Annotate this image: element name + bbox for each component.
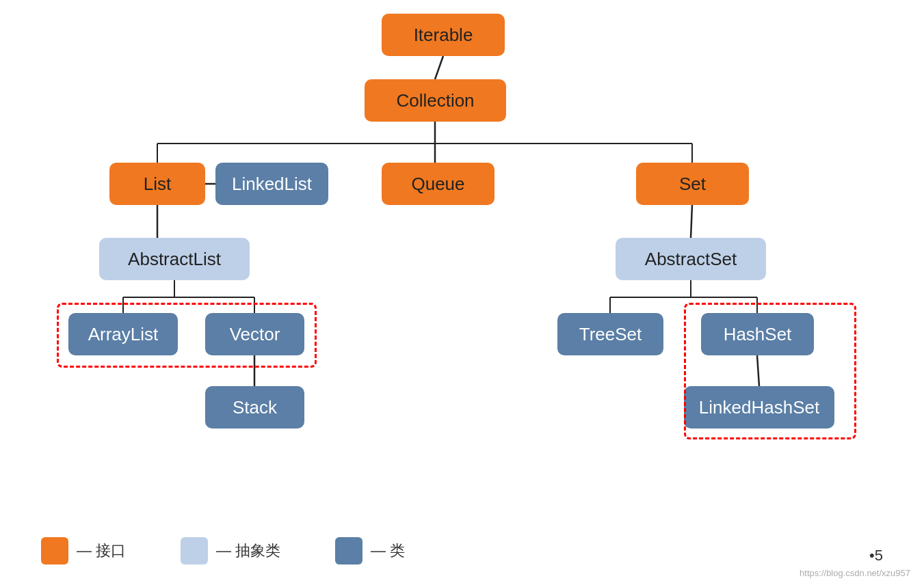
node-iterable: Iterable — [382, 14, 505, 56]
node-abstractlist: AbstractList — [99, 238, 250, 280]
legend-class-swatch — [335, 537, 362, 564]
node-arraylist: ArrayList — [68, 313, 178, 355]
node-list: List — [109, 163, 205, 205]
node-queue: Queue — [382, 163, 494, 205]
node-treeset: TreeSet — [557, 313, 663, 355]
legend-interface: — 接口 — [41, 537, 126, 564]
node-stack: Stack — [205, 386, 304, 428]
node-linkedhashset: LinkedHashSet — [684, 386, 834, 428]
legend-class-dash: — — [371, 542, 386, 560]
page-number: •5 — [869, 547, 883, 564]
diagram-container: Iterable Collection List LinkedList Queu… — [0, 0, 924, 492]
legend-interface-label: 接口 — [96, 541, 126, 561]
node-abstractset: AbstractSet — [616, 238, 766, 280]
legend: — 接口 — 抽象类 — 类 — [0, 537, 924, 564]
legend-class-label: 类 — [390, 541, 405, 561]
svg-line-0 — [435, 56, 443, 79]
legend-interface-swatch — [41, 537, 68, 564]
watermark: https://blog.csdn.net/xzu957 — [800, 568, 910, 578]
legend-abstract-label: 抽象类 — [235, 541, 280, 561]
legend-interface-dash: — — [77, 542, 92, 560]
svg-line-10 — [691, 205, 692, 238]
legend-abstract: — 抽象类 — [181, 537, 280, 564]
svg-line-22 — [757, 355, 759, 386]
node-linkedlist: LinkedList — [215, 163, 328, 205]
node-set: Set — [636, 163, 749, 205]
node-collection: Collection — [365, 79, 506, 122]
legend-abstract-swatch — [181, 537, 208, 564]
legend-abstract-dash: — — [216, 542, 231, 560]
node-vector: Vector — [205, 313, 304, 355]
node-hashset: HashSet — [701, 313, 814, 355]
legend-class: — 类 — [335, 537, 405, 564]
